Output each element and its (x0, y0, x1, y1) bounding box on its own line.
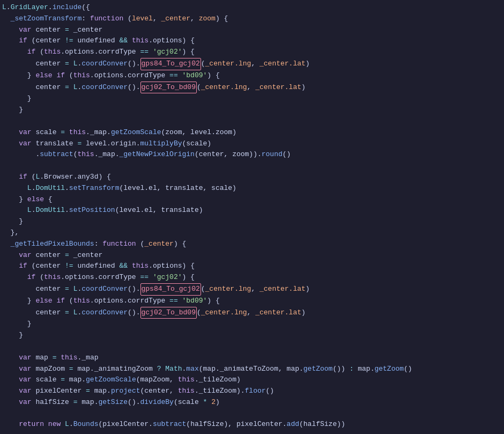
code-token: this (132, 261, 149, 272)
code-token: multiplyBy (140, 138, 182, 150)
code-token: ( (197, 307, 201, 319)
code-token: . (77, 307, 81, 319)
code-token: == (169, 70, 178, 82)
code-token (2, 13, 11, 25)
code-token: max (186, 364, 198, 375)
code-token (149, 47, 153, 58)
code-token: 'bd09' (182, 296, 207, 307)
code-token: this (178, 374, 195, 386)
code-token: ( (201, 284, 205, 295)
code-token: pixelCenter (32, 386, 86, 397)
code-token: 'gcj02' (153, 272, 182, 283)
code-line: if (center != undefined && this.options)… (0, 261, 504, 272)
code-token: var (19, 364, 31, 375)
code-token: _center.lng (205, 58, 251, 70)
code-token: getZoomScale (111, 127, 161, 138)
code-token: .options.corrdType (61, 272, 140, 283)
code-line: } (0, 330, 504, 341)
code-token: (center, (140, 386, 177, 397)
code-line: var center = _center (0, 25, 504, 36)
code-token: (scale) (182, 138, 212, 150)
highlight-gps84-gcj02: gps84_To_gcj02 (140, 58, 201, 70)
code-line: var mapZoom = map._animatingZoom ? Math.… (0, 364, 504, 375)
code-line: L.GridLayer.include({ (0, 2, 504, 13)
code-line (0, 116, 504, 127)
code-token: } (19, 216, 23, 227)
code-token: level (132, 13, 153, 25)
code-token: = (65, 250, 69, 261)
code-token: center (32, 250, 65, 261)
highlight-gcj02-bd09-2: gcj02_To_bd09 (140, 307, 197, 319)
code-token: subtract (153, 419, 186, 430)
code-token (44, 419, 48, 430)
code-token: .options) { (149, 261, 195, 272)
code-token (2, 386, 19, 397)
code-token: , (247, 307, 256, 319)
code-token: var (19, 127, 31, 138)
code-token: L (73, 307, 78, 319)
code-token: , (251, 58, 260, 70)
code-token: include (53, 2, 82, 13)
code-line: } (0, 319, 504, 330)
code-token: = (61, 374, 65, 386)
code-token: (pixelCenter. (99, 419, 153, 430)
code-token: (). (128, 58, 140, 70)
code-token: (). (128, 82, 140, 93)
code-token (69, 284, 73, 295)
code-token: map. (90, 386, 111, 397)
code-token: . (48, 2, 53, 13)
code-token: ._map. (94, 149, 120, 160)
code-token: this (73, 296, 90, 307)
code-token (128, 35, 132, 47)
code-token: setPosition (69, 205, 115, 216)
code-token: ) { (216, 13, 228, 25)
code-editor: L.GridLayer.include({ _setZoomTransform:… (0, 0, 504, 434)
code-token: .Browser.any3d) { (40, 172, 111, 183)
code-token (2, 183, 27, 194)
code-line (0, 160, 504, 172)
code-line: if (L.Browser.any3d) { (0, 172, 504, 183)
code-token: } (27, 93, 32, 105)
code-token: = (61, 127, 65, 138)
code-token: } (27, 319, 32, 330)
code-line: center = L.coordConver().gcj02_To_bd09(_… (0, 82, 504, 94)
code-line: _getTiledPixelBounds: function (_center)… (0, 239, 504, 250)
code-token: this (44, 47, 61, 58)
code-token: = (53, 352, 57, 364)
code-token: . (65, 205, 69, 216)
code-token: divideBy (140, 397, 173, 408)
code-token: _center (69, 25, 102, 36)
code-line: }, (0, 227, 504, 239)
code-line: var pixelCenter = map.project(center, th… (0, 386, 504, 397)
code-token: if (27, 272, 36, 283)
code-token: center (2, 307, 65, 319)
code-token (2, 374, 19, 386)
code-token (161, 364, 166, 375)
code-token: _center.lat (260, 58, 306, 70)
code-token: subtract (40, 149, 73, 160)
code-token: = (77, 138, 81, 150)
code-token: (map._animateToZoom, map. (199, 364, 303, 375)
code-token: () (404, 364, 412, 375)
code-token (2, 216, 19, 227)
code-token: (level.el, translate) (115, 205, 203, 216)
code-line (0, 341, 504, 352)
code-token (2, 261, 19, 272)
code-token: ) { (182, 272, 195, 283)
code-token: ._map. (86, 127, 111, 138)
code-token (2, 250, 19, 261)
code-token: (halfSize), pixelCenter. (186, 419, 286, 430)
code-token: ) (306, 58, 310, 70)
code-token: ( (201, 58, 205, 70)
code-token: L (2, 2, 6, 13)
code-token: . (6, 2, 11, 13)
code-line: } (0, 105, 504, 116)
code-token: DomUtil (35, 205, 65, 216)
code-token: ) { (207, 70, 219, 82)
code-token (128, 261, 132, 272)
code-token: (). (128, 307, 140, 319)
code-token: = (86, 386, 90, 397)
code-token: != (65, 261, 73, 272)
code-token: (center, zoom)). (195, 149, 262, 160)
code-line: L.DomUtil.setTransform(level.el, transla… (0, 183, 504, 194)
